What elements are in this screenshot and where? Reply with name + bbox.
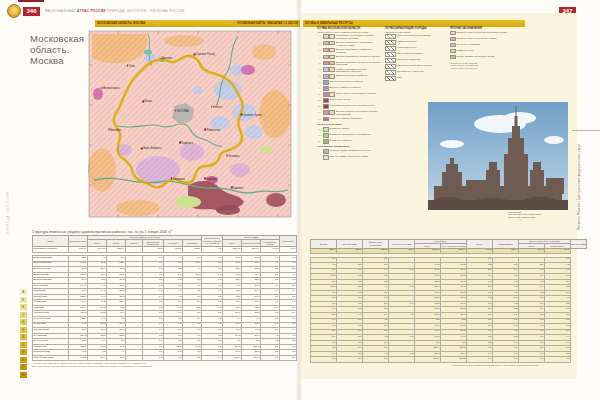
column-subheader: многолетние насаждения <box>143 240 164 247</box>
column-header: Болота <box>311 240 337 249</box>
legend-item: Карьеры, отвалы, нарушенные земли <box>317 155 381 160</box>
page-title-line1: Московская <box>30 33 84 44</box>
legend-item-label: Пойменные слабокислые и нейтральные <box>329 133 371 136</box>
alphabet-tab: Е <box>20 327 27 333</box>
top-dash <box>18 0 44 2</box>
legend-swatch <box>323 34 329 39</box>
legend-item-label: Пахотные угодья на дерново-подзолистых п… <box>457 31 508 34</box>
column-header: Район <box>33 236 69 247</box>
legend-hatch-swatch <box>385 76 396 81</box>
legend-swatch <box>329 110 335 115</box>
table-cell: 5.7 <box>363 357 389 363</box>
legend-item: Городские земли и промышленные зоны <box>317 149 381 154</box>
legend-swatch <box>323 98 329 103</box>
legend-column-parent-rocks: ПОЧВООБРАЗУЮЩИЕ ПОРОДЫ(показаны штриховк… <box>385 27 443 82</box>
legend-item-label: суглинки моренные <box>397 46 417 49</box>
table-title: Структура земельных угодий в администрат… <box>32 230 172 234</box>
table-cell <box>389 357 415 363</box>
legend-swatch <box>323 139 329 144</box>
page-title-line3: Москва <box>30 55 84 66</box>
legend-item: Лесные массивы на песчаных почвах <box>450 55 550 60</box>
legend-note: Составлено по материалампочвенной карты … <box>450 62 550 70</box>
legend-item-label: Дерново-подзолистые глееватые и глеевые <box>336 55 381 58</box>
legend-swatch <box>329 92 335 97</box>
legend-item-label: известняки и карбонатные породы <box>397 64 432 67</box>
legend-item: известняки и карбонатные породы <box>385 64 443 69</box>
map-scale: ПОЧВЕННАЯ КАРТА · МАСШТАБ 1:2 250 000 <box>237 20 298 27</box>
column-subheader: не покрытые лесом <box>261 240 280 247</box>
right-margin-label: Регионы России / Центральный федеральный… <box>577 144 581 230</box>
column-subheader: пастбища <box>183 240 202 247</box>
legend-item: 6—Торфяно-подзолисто-глеевые иллювиально… <box>317 67 381 72</box>
legend-item: суглинки покровные <box>385 40 443 45</box>
legend-item-label: Болотные низинные торфяные <box>329 86 361 89</box>
table-cell: Наро-Фоминский <box>33 355 69 361</box>
column-header: Под дорогами <box>337 240 363 249</box>
legend-item: аллювиальные отложения <box>385 70 443 75</box>
land-table-right: БолотаПод дорогамиЗастроенные территории… <box>310 239 587 363</box>
column-subheader: всего <box>223 240 242 247</box>
column-header: Застроенные территории <box>363 240 389 249</box>
legend-title: ПРОЧИЕ ОБОЗНАЧЕНИЯ <box>450 27 550 30</box>
table-cell: 102.5 <box>441 357 467 363</box>
legend-swatch <box>323 155 329 160</box>
column-subheader: пашня <box>107 240 126 247</box>
legend-title: ПОЧВООБРАЗУЮЩИЕ ПОРОДЫ <box>385 27 443 30</box>
legend-hatch-swatch <box>385 46 396 51</box>
legend-column-soils: ПОЧВЫ МОСКОВСКОЙ ОБЛАСТИПочвы тайги и зо… <box>317 27 381 161</box>
alphabet-tab: А <box>20 289 27 295</box>
legend-item: торф <box>385 76 443 81</box>
alphabet-tab: И <box>20 349 27 355</box>
series-part2: АТЛАС РОССИИ <box>77 9 106 13</box>
legend-item-label: Дерново-подзолисто-глеевые в сочетании с… <box>336 61 381 66</box>
legend-item: Пойменные луга <box>450 49 550 54</box>
left-margin-label: ПРИРОДА. ЭКОЛОГИЯ <box>6 191 10 234</box>
table-cell: 192.8 <box>69 355 88 361</box>
legend-item: 16—Пойменные слабокислые и нейтральные <box>317 133 381 138</box>
legend-swatch <box>323 61 329 66</box>
legend-swatch <box>323 55 329 60</box>
table-row: 6.22.45.7109.6102.51.92.41.84.6 <box>311 357 587 363</box>
legend-item-label: Пойменные болотные <box>329 139 351 142</box>
alphabet-tab: М <box>20 372 27 378</box>
table-cell: 109.3 <box>242 355 261 361</box>
legend-item: 5—Дерново-подзолисто-глеевые в сочетании… <box>317 61 381 66</box>
legend-item: 9—Болотные низинные торфяные <box>317 86 381 91</box>
legend-column-other: ПРОЧИЕ ОБОЗНАЧЕНИЯПахотные угодья на дер… <box>450 27 550 70</box>
legend-swatch <box>329 67 335 72</box>
land-table-left: РайонОбщая площадьСельскохозяйственные у… <box>32 235 297 361</box>
atlas-spread: 346 НАЦИОНАЛЬНЫЙ АТЛАС РОССИИ ПРИРОДА. Э… <box>0 0 600 400</box>
legend-hatch-swatch <box>385 34 396 39</box>
legend-item-label: Городские земли и промышленные зоны <box>329 149 370 152</box>
legend-item-label: Лесные массивы на песчаных почвах <box>457 55 495 58</box>
table-cell: 1.4 <box>202 355 223 361</box>
legend-item-label: Осушенные торфяники <box>457 43 481 46</box>
alphabet-tab: Г <box>20 312 27 318</box>
legend-subtitle: Почвы тайги и зоны широколиственных лесо… <box>317 31 381 33</box>
footnote-left: * По данным Комитета по земельным ресурс… <box>32 362 262 368</box>
legend-swatch <box>323 41 329 46</box>
legend-swatch <box>323 117 329 122</box>
column-header: Общая площадь <box>69 236 88 247</box>
table-cell: 6.2 <box>311 357 337 363</box>
legend-swatch <box>323 74 329 79</box>
legend-item-label: Черноземы оподзоленные и выщелоченные <box>329 104 374 107</box>
table-cell: 52.4 <box>88 355 107 361</box>
legend-section-title: Почвы речных пойм <box>317 123 381 126</box>
table-cell: 2.4 <box>337 357 363 363</box>
legend-hatch-swatch <box>385 64 396 69</box>
table-cell: 116.9 <box>223 355 242 361</box>
legend-swatch <box>323 80 329 85</box>
legend-item-label: Дерново-подзолистые на покровных суглинк… <box>336 41 381 46</box>
column-subheader: залежь <box>126 240 143 247</box>
page-title-line2: область. <box>30 44 84 55</box>
legend-item: 3—Дерново-подзолистые на моренных суглин… <box>317 48 381 53</box>
table-cell: 36.7 <box>107 355 126 361</box>
legend-hatch-swatch <box>385 40 396 45</box>
legend-swatch <box>323 110 329 115</box>
alphabet-tab: Л <box>20 364 27 370</box>
legend-item-label: Темно-серые лесные <box>329 98 351 101</box>
legend-subtitle: (показаны штриховкой) <box>385 31 443 33</box>
legend-item: 2—Дерново-подзолистые на покровных сугли… <box>317 41 381 46</box>
column-subheader: сенокосы <box>164 240 183 247</box>
